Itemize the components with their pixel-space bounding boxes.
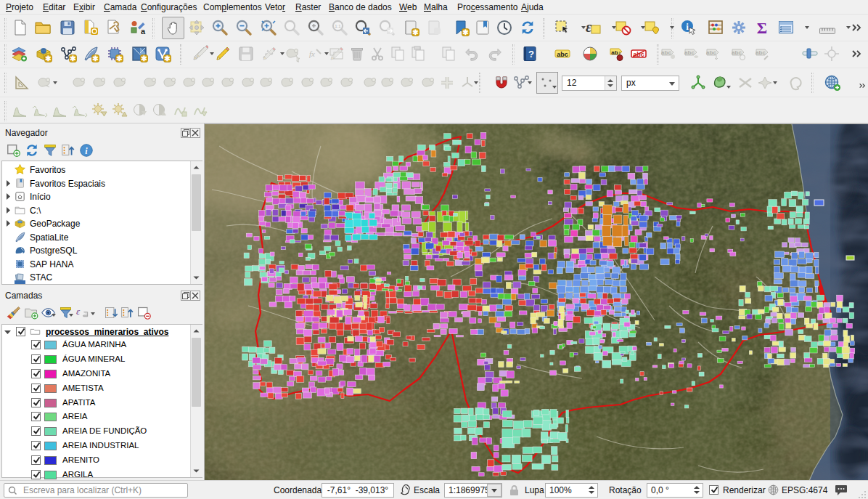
svg-text:abc: abc	[684, 49, 695, 56]
svg-text:✱: ✱	[462, 28, 469, 36]
svg-text:abc: abc	[706, 49, 716, 56]
svg-text:abc: abc	[557, 51, 568, 58]
svg-text:ε: ε	[76, 306, 81, 317]
svg-text:✱: ✱	[164, 54, 171, 62]
svg-text:ε: ε	[586, 19, 592, 35]
svg-text:abc: abc	[661, 49, 671, 56]
svg-text:✱: ✱	[412, 28, 419, 36]
svg-text:Σ: Σ	[757, 19, 767, 36]
svg-text:?: ?	[528, 49, 534, 60]
svg-text:✱: ✱	[116, 54, 123, 62]
svg-text:✱: ✱	[141, 54, 147, 62]
svg-text:ab: ab	[611, 49, 618, 56]
svg-text:✱: ✱	[92, 54, 99, 62]
svg-text:✱: ✱	[45, 54, 52, 62]
svg-text:✱: ✱	[70, 54, 76, 62]
svg-text:fx: fx	[309, 49, 315, 58]
svg-text:1:1: 1:1	[335, 24, 341, 28]
svg-text:abc: abc	[756, 49, 766, 56]
svg-text:i: i	[686, 21, 689, 32]
svg-text:a: a	[141, 27, 146, 36]
svg-text:abc: abc	[732, 49, 742, 56]
